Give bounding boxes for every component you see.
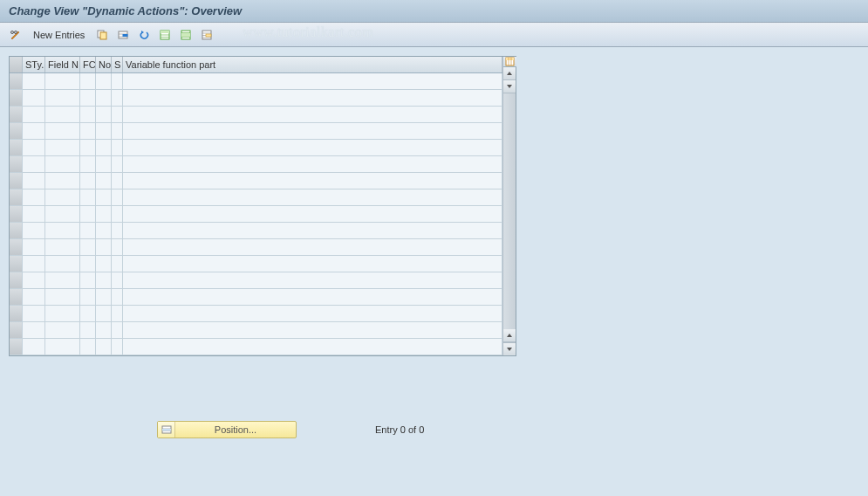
delete-button[interactable] [114,26,132,44]
cell-no[interactable] [96,223,112,238]
cell-no[interactable] [96,339,112,355]
cell-field-n[interactable] [45,107,80,122]
cell-field-n[interactable] [45,239,80,255]
cell-sty[interactable] [23,339,45,355]
cell-fc[interactable] [80,322,96,338]
cell-variable-part[interactable] [123,73,502,89]
scroll-down-button[interactable] [503,80,516,93]
cell-variable-part[interactable] [123,140,502,155]
cell-s[interactable] [112,156,123,172]
cell-no[interactable] [96,289,112,305]
row-selector[interactable] [10,73,23,89]
cell-variable-part[interactable] [123,123,502,139]
cell-field-n[interactable] [45,156,80,172]
cell-variable-part[interactable] [123,256,502,272]
row-selector[interactable] [10,173,23,189]
cell-fc[interactable] [80,223,96,238]
cell-no[interactable] [96,256,112,272]
cell-no[interactable] [96,73,112,89]
cell-variable-part[interactable] [123,289,502,305]
cell-s[interactable] [112,107,123,122]
row-selector[interactable] [10,123,23,139]
cell-s[interactable] [112,206,123,222]
cell-sty[interactable] [23,140,45,155]
scroll-down-bottom-button[interactable] [503,342,516,355]
cell-sty[interactable] [23,73,45,89]
cell-field-n[interactable] [45,289,80,305]
cell-sty[interactable] [23,223,45,238]
cell-s[interactable] [112,322,123,338]
cell-s[interactable] [112,239,123,255]
cell-fc[interactable] [80,123,96,139]
cell-variable-part[interactable] [123,173,502,189]
cell-no[interactable] [96,90,112,106]
cell-fc[interactable] [80,90,96,106]
cell-variable-part[interactable] [123,306,502,321]
grid-header-selector[interactable] [10,57,23,72]
cell-variable-part[interactable] [123,90,502,106]
grid-header-variable-part[interactable]: Variable function part [123,57,502,72]
cell-s[interactable] [112,189,123,205]
cell-s[interactable] [112,73,123,89]
cell-fc[interactable] [80,107,96,122]
row-selector[interactable] [10,156,23,172]
cell-no[interactable] [96,306,112,321]
copy-as-button[interactable] [93,26,111,44]
cell-sty[interactable] [23,256,45,272]
cell-no[interactable] [96,206,112,222]
cell-sty[interactable] [23,239,45,255]
new-entries-button[interactable]: New Entries [28,26,90,44]
undo-button[interactable] [135,26,153,44]
row-selector[interactable] [10,140,23,155]
cell-field-n[interactable] [45,206,80,222]
grid-header-fc[interactable]: FC [80,57,96,72]
select-all-button[interactable] [156,26,174,44]
cell-s[interactable] [112,90,123,106]
cell-s[interactable] [112,256,123,272]
row-selector[interactable] [10,239,23,255]
row-selector[interactable] [10,306,23,321]
cell-s[interactable] [112,306,123,321]
cell-no[interactable] [96,272,112,288]
cell-s[interactable] [112,223,123,238]
position-button[interactable]: Position... [157,421,297,438]
row-selector[interactable] [10,107,23,122]
cell-fc[interactable] [80,189,96,205]
grid-configure-button[interactable] [503,57,516,67]
toggle-display-change-button[interactable] [7,26,24,44]
deselect-all-button[interactable] [198,26,215,44]
cell-fc[interactable] [80,239,96,255]
cell-no[interactable] [96,123,112,139]
cell-field-n[interactable] [45,123,80,139]
cell-fc[interactable] [80,306,96,321]
cell-field-n[interactable] [45,306,80,321]
cell-no[interactable] [96,140,112,155]
cell-variable-part[interactable] [123,107,502,122]
cell-sty[interactable] [23,156,45,172]
row-selector[interactable] [10,339,23,355]
cell-s[interactable] [112,140,123,155]
cell-sty[interactable] [23,306,45,321]
cell-fc[interactable] [80,173,96,189]
cell-field-n[interactable] [45,173,80,189]
cell-no[interactable] [96,189,112,205]
cell-fc[interactable] [80,73,96,89]
scrollbar-track[interactable] [503,93,516,329]
row-selector[interactable] [10,90,23,106]
cell-field-n[interactable] [45,272,80,288]
grid-header-sty[interactable]: STy. [23,57,45,72]
cell-field-n[interactable] [45,223,80,238]
cell-variable-part[interactable] [123,339,502,355]
cell-s[interactable] [112,123,123,139]
cell-variable-part[interactable] [123,272,502,288]
row-selector[interactable] [10,256,23,272]
grid-header-field-n[interactable]: Field N [45,57,80,72]
cell-no[interactable] [96,156,112,172]
row-selector[interactable] [10,272,23,288]
cell-s[interactable] [112,289,123,305]
cell-fc[interactable] [80,256,96,272]
cell-s[interactable] [112,272,123,288]
cell-field-n[interactable] [45,73,80,89]
cell-sty[interactable] [23,322,45,338]
cell-sty[interactable] [23,90,45,106]
